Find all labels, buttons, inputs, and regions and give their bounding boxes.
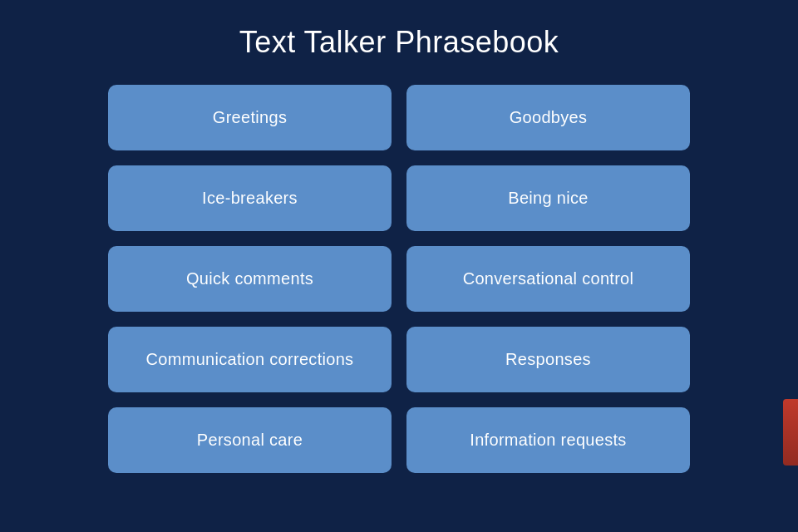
page-title: Text Talker Phrasebook [239,25,559,60]
communication-corrections-button[interactable]: Communication corrections [108,327,392,392]
greetings-button[interactable]: Greetings [108,85,392,150]
goodbyes-button[interactable]: Goodbyes [406,85,690,150]
information-requests-button[interactable]: Information requests [406,407,690,473]
quick-comments-button[interactable]: Quick comments [108,246,392,312]
personal-care-button[interactable]: Personal care [108,407,392,473]
button-grid: Greetings Goodbyes Ice-breakers Being ni… [108,85,690,473]
responses-button[interactable]: Responses [406,327,690,392]
being-nice-button[interactable]: Being nice [406,165,690,231]
conversational-control-button[interactable]: Conversational control [406,246,690,312]
scrollbar-track [783,0,798,532]
ice-breakers-button[interactable]: Ice-breakers [108,165,392,231]
scrollbar-thumb[interactable] [783,399,798,466]
